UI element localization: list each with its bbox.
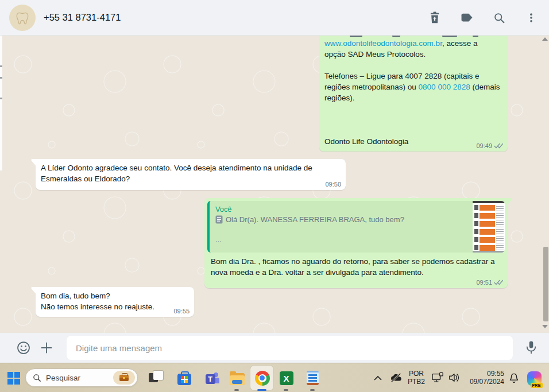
bubble-tail (31, 159, 36, 166)
taskbar-notepad[interactable] (305, 370, 320, 386)
quote-author: Você (215, 205, 467, 214)
message-text: Bom dia Dra. , ficamos no aguardo do ret… (207, 253, 505, 284)
chat-menu-button[interactable] (521, 8, 541, 28)
emoji-button[interactable] (14, 338, 33, 358)
active-indicator (257, 389, 266, 391)
contact-phone-title[interactable]: +55 31 8731-4171 (44, 12, 121, 23)
copilot-icon: PRE (527, 371, 542, 386)
message-time: 09:50 (325, 181, 341, 188)
search-highlight-chip[interactable] (113, 371, 135, 385)
delivered-double-check-icon (494, 143, 503, 149)
message-text: www.odontolifeodontologia.com.br, acesse… (324, 38, 502, 147)
quote-text: Olá Dr(a). WANESSA FERREIRA BRAGA, tudo … (226, 215, 404, 224)
message-text: A Líder Odonto agradece seu contato. Voc… (41, 162, 341, 185)
search-in-chat-button[interactable] (489, 8, 509, 28)
delete-chat-button[interactable] (425, 8, 444, 28)
tray-overflow-chevron[interactable] (372, 373, 384, 382)
message-bubble-outgoing[interactable]: Você Olá Dr(a). WANESSA FERREIRA BRAGA, … (204, 198, 508, 288)
attachment-thumbnail[interactable] (473, 201, 505, 253)
message-bubble-incoming[interactable]: Bom dia, tudo bem? Não temos interesse n… (36, 287, 194, 317)
tag-icon (461, 13, 473, 23)
scrollbar-down-arrow[interactable] (542, 325, 548, 328)
message-bubble-outgoing[interactable]: www.odontolifeodontologia.com.br, acesse… (319, 36, 508, 152)
clipped-text-line (324, 36, 502, 38)
message-time: 09:51 (476, 279, 492, 286)
contact-avatar[interactable] (9, 5, 36, 31)
trash-icon (429, 11, 440, 24)
document-icon (215, 215, 223, 224)
taskbar-chrome[interactable] (254, 370, 270, 386)
tray-network[interactable] (431, 371, 444, 384)
tray-copilot[interactable]: PRE (525, 370, 543, 387)
header-actions (425, 0, 541, 36)
tooth-logo-icon (15, 10, 30, 25)
excel-icon (280, 371, 293, 385)
store-icon (177, 374, 191, 385)
running-indicator (234, 389, 239, 391)
taskbar-teams[interactable]: T (204, 370, 219, 386)
message-time: 09:55 (173, 308, 190, 315)
message-input[interactable] (67, 336, 513, 360)
notepad-icon (307, 371, 319, 385)
windows-taskbar: Pesquisar T (0, 363, 549, 392)
tray-date: 09/07/2024 (470, 378, 504, 386)
briefcase-icon (119, 375, 129, 381)
link-website[interactable]: www.odontolifeodontologia.com.br (324, 39, 442, 48)
link-phone[interactable]: 0800 000 2828 (419, 83, 470, 91)
search-icon (33, 374, 41, 382)
quoted-message[interactable]: Você Olá Dr(a). WANESSA FERREIRA BRAGA, … (207, 201, 505, 253)
voice-message-button[interactable] (521, 338, 541, 358)
message-meta: 09:49 (476, 142, 503, 149)
quote-body: Você Olá Dr(a). WANESSA FERREIRA BRAGA, … (210, 201, 473, 253)
running-indicator (284, 389, 288, 391)
delivered-double-check-icon (494, 280, 503, 286)
taskbar-task-view[interactable] (149, 370, 164, 386)
running-indicator (310, 389, 315, 391)
message-bubble-incoming[interactable]: A Líder Odonto agradece seu contato. Voc… (36, 159, 346, 190)
chrome-icon (255, 371, 270, 386)
copilot-preview-badge: PRE (531, 383, 543, 388)
search-placeholder-label: Pesquisar (46, 374, 80, 382)
tray-status-muted[interactable] (389, 371, 403, 385)
bell-icon (509, 372, 519, 383)
scrollbar-thumb[interactable] (543, 247, 548, 321)
message-meta: 09:51 (476, 279, 503, 286)
tray-language-indicator[interactable]: POR PTB2 (405, 370, 427, 386)
emoji-smiley-icon (16, 340, 31, 355)
bubble-tail (31, 287, 36, 294)
ethernet-monitor-icon (431, 372, 444, 383)
bubble-tail (508, 198, 512, 205)
start-button[interactable] (7, 371, 22, 386)
message-composer (0, 333, 549, 363)
teams-icon: T (206, 372, 218, 385)
kebab-menu-icon (525, 12, 537, 24)
taskbar-excel[interactable] (279, 370, 294, 386)
quote-ellipsis: ... (215, 235, 467, 244)
microphone-icon (524, 340, 538, 355)
message-meta: 09:55 (173, 308, 190, 315)
search-icon (493, 12, 505, 24)
taskbar-microsoft-store[interactable] (176, 370, 192, 386)
attach-button[interactable] (37, 338, 56, 358)
message-meta: 09:50 (325, 181, 341, 188)
message-time: 09:49 (476, 142, 492, 149)
taskbar-search[interactable]: Pesquisar (25, 368, 138, 387)
tray-time: 09:55 (487, 370, 504, 378)
plus-icon (40, 341, 53, 355)
folder-icon (230, 373, 245, 385)
message-text: Bom dia, tudo bem? Não temos interesse n… (41, 290, 189, 312)
chat-area: www.odontolifeodontologia.com.br, acesse… (0, 36, 549, 333)
tray-notifications[interactable] (508, 371, 520, 384)
label-chat-button[interactable] (457, 8, 477, 28)
whatsapp-window: +55 31 8731-4171 (0, 0, 549, 392)
chat-header: +55 31 8731-4171 (0, 0, 549, 36)
scrollbar-up-arrow[interactable] (542, 37, 548, 41)
window-edge-artifact (0, 36, 2, 170)
chevron-up-icon (374, 375, 382, 381)
cloud-slash-icon (390, 372, 403, 383)
tray-clock[interactable]: 09:55 09/07/2024 (458, 370, 504, 386)
taskbar-file-explorer[interactable] (229, 370, 245, 386)
